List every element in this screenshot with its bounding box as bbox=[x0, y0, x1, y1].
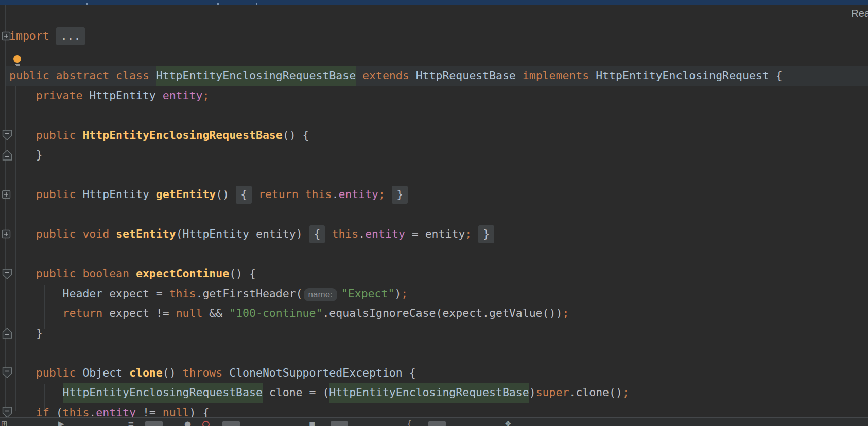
code-line[interactable]: public boolean expectContinue() { bbox=[0, 264, 868, 284]
folded-region-box[interactable]: } bbox=[478, 225, 494, 243]
titlebar-text-fragment bbox=[217, 3, 219, 5]
code-token: . bbox=[89, 406, 96, 418]
code-line[interactable] bbox=[0, 205, 868, 225]
code-token bbox=[356, 69, 362, 82]
grid-icon[interactable]: ⊞ bbox=[1, 420, 8, 426]
code-line[interactable]: public abstract class HttpEntityEnclosin… bbox=[6, 66, 868, 86]
string-token: "Expect" bbox=[341, 287, 395, 300]
code-line[interactable]: } bbox=[0, 324, 868, 344]
keyword-token: throws bbox=[183, 366, 230, 379]
keyword-token: ; bbox=[622, 386, 629, 399]
code-token bbox=[472, 227, 478, 240]
keyword-token: import bbox=[9, 29, 49, 42]
play-icon[interactable]: ▶ bbox=[58, 420, 64, 426]
folded-region-box[interactable]: ... bbox=[56, 27, 85, 45]
code-token: expect = bbox=[109, 287, 169, 300]
label-fragment[interactable] bbox=[145, 421, 163, 426]
code-line[interactable] bbox=[0, 105, 868, 126]
string-token: "100-continue" bbox=[229, 307, 322, 319]
parameter-hint[interactable]: name: bbox=[304, 288, 337, 301]
code-token: entity) bbox=[256, 227, 309, 240]
method-name-token: clone bbox=[129, 366, 163, 379]
code-token: ) bbox=[529, 386, 536, 399]
keyword-token: null bbox=[176, 307, 203, 319]
code-line[interactable]: } bbox=[0, 145, 868, 165]
code-token: = entity bbox=[405, 227, 465, 240]
code-token: { bbox=[403, 366, 416, 379]
field-token: entity bbox=[163, 89, 203, 102]
collapse-region-start-icon[interactable] bbox=[2, 129, 13, 141]
code-line[interactable]: public Object clone() throws CloneNotSup… bbox=[0, 363, 868, 383]
code-line[interactable] bbox=[0, 165, 868, 185]
keyword-token: public abstract class bbox=[9, 69, 156, 82]
square-icon[interactable]: ◼ bbox=[309, 420, 315, 426]
window-title-bar bbox=[0, 0, 868, 5]
keyword-token: super bbox=[536, 386, 569, 399]
code-line[interactable]: public HttpEntityEnclosingRequestBase() … bbox=[0, 126, 868, 146]
code-token: expect != bbox=[109, 307, 176, 319]
highlighted-identifier: HttpEntityEnclosingRequestBase bbox=[156, 66, 356, 86]
collapse-region-end-icon[interactable] bbox=[2, 327, 13, 340]
code-token: ) bbox=[394, 287, 401, 300]
code-editor[interactable]: import ...public abstract class HttpEnti… bbox=[0, 5, 868, 417]
collapse-region-start-icon[interactable] bbox=[2, 366, 13, 379]
highlighted-identifier: HttpEntityEnclosingRequestBase bbox=[63, 383, 263, 403]
label-fragment[interactable] bbox=[222, 421, 240, 426]
collapse-region-start-icon[interactable] bbox=[2, 268, 13, 280]
keyword-token: public bbox=[36, 366, 83, 379]
type-token: HttpRequestBase bbox=[416, 69, 516, 82]
code-lines: import ...public abstract class HttpEnti… bbox=[0, 26, 868, 417]
field-token: entity bbox=[338, 188, 378, 201]
dot-icon[interactable]: ● bbox=[184, 420, 191, 426]
label-fragment[interactable] bbox=[428, 421, 446, 426]
list-icon[interactable]: ≡ bbox=[128, 420, 134, 426]
code-token bbox=[385, 188, 392, 201]
code-token: && bbox=[202, 307, 229, 319]
method-name-token: expectContinue bbox=[136, 267, 229, 280]
keyword-token: this bbox=[169, 287, 196, 300]
keyword-token: this bbox=[332, 227, 358, 240]
keyword-token: ; bbox=[562, 307, 569, 319]
folded-region-box[interactable]: { bbox=[236, 186, 252, 204]
code-line[interactable]: HttpEntityEnclosingRequestBase clone = (… bbox=[0, 383, 868, 403]
code-token bbox=[589, 69, 596, 82]
titlebar-text-fragment bbox=[86, 3, 88, 5]
keyword-token: null bbox=[163, 406, 189, 418]
code-token bbox=[49, 29, 56, 42]
expand-import-fold-icon[interactable] bbox=[2, 31, 11, 41]
keyword-token: ; bbox=[465, 227, 472, 240]
code-token: } bbox=[36, 148, 43, 161]
red-circle-icon[interactable] bbox=[202, 421, 210, 426]
collapse-region-end-icon[interactable] bbox=[2, 149, 13, 162]
type-token: HttpEntity bbox=[89, 89, 162, 102]
folded-region-box[interactable]: { bbox=[309, 225, 325, 243]
code-line[interactable] bbox=[0, 244, 868, 264]
collapse-region-start-icon[interactable] bbox=[2, 406, 13, 417]
code-line[interactable]: return expect != null && "100-continue".… bbox=[0, 304, 868, 324]
code-token bbox=[325, 227, 332, 240]
type-token: HttpEntityEnclosingRequest bbox=[596, 69, 769, 82]
code-line[interactable]: public void setEntity(HttpEntity entity)… bbox=[0, 224, 868, 244]
code-line[interactable]: private HttpEntity entity; bbox=[0, 86, 868, 106]
code-line[interactable] bbox=[0, 343, 868, 363]
code-line[interactable]: import ... bbox=[0, 26, 868, 46]
expand-method-fold-icon[interactable] bbox=[2, 229, 11, 239]
code-line[interactable]: Header expect = this.getFirstHeader(name… bbox=[0, 284, 868, 304]
code-line[interactable]: if (this.entity != null) { bbox=[0, 403, 868, 418]
code-line[interactable] bbox=[0, 46, 868, 66]
keyword-token: public void bbox=[36, 227, 116, 240]
keyword-token: ; bbox=[378, 188, 385, 201]
code-token: ) { bbox=[189, 406, 210, 418]
code-line[interactable]: public HttpEntity getEntity() { return t… bbox=[0, 185, 868, 205]
label-fragment[interactable] bbox=[331, 421, 348, 426]
field-token: entity bbox=[365, 227, 405, 240]
code-token: () bbox=[216, 188, 236, 201]
expand-method-fold-icon[interactable] bbox=[2, 190, 11, 199]
code-token: . bbox=[196, 287, 202, 300]
folded-region-box[interactable]: } bbox=[392, 186, 408, 204]
braces-icon[interactable]: { bbox=[407, 420, 412, 426]
code-token: != bbox=[136, 406, 163, 418]
diamond-icon[interactable]: ❖ bbox=[505, 420, 511, 426]
keyword-token: public bbox=[36, 129, 83, 141]
bottom-tool-window-bar[interactable]: ⊞▶≡●◼{❖ bbox=[0, 417, 868, 426]
